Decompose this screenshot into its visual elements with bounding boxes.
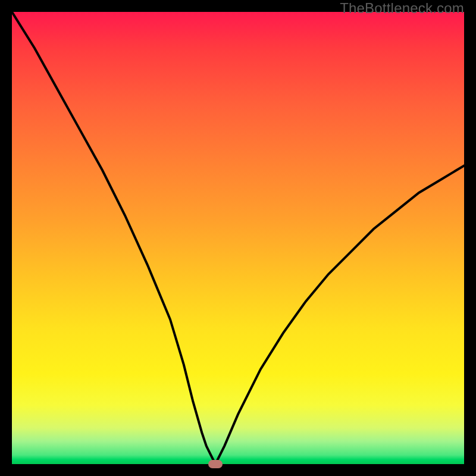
heat-gradient-background [12, 12, 464, 464]
optimum-marker [208, 460, 223, 468]
watermark-text: TheBottleneck.com [340, 0, 464, 17]
plot-frame [12, 12, 464, 464]
